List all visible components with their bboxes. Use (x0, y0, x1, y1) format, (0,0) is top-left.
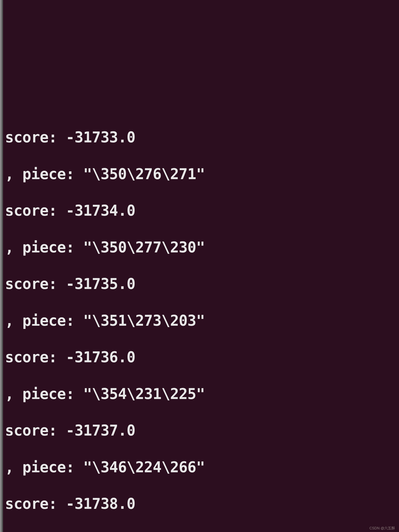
terminal-line: score: -31738.0 (5, 495, 399, 513)
terminal-line: score: -31735.0 (5, 275, 399, 293)
terminal-line: , piece: "\346\224\266" (5, 458, 399, 476)
watermark: CSDN @六五酥 (369, 526, 395, 530)
window-edge (0, 0, 5, 532)
terminal-line: score: -31736.0 (5, 348, 399, 367)
terminal-line: , piece: "\354\231\225" (5, 385, 399, 403)
terminal-line: , piece: "\350\276\271" (5, 165, 399, 183)
terminal-line: score: -31734.0 (5, 202, 399, 220)
terminal-line: , piece: "\351\273\203" (5, 311, 399, 330)
terminal-line: score: -31737.0 (5, 421, 399, 440)
terminal-line: score: -31733.0 (5, 128, 399, 146)
terminal-line: , piece: "\350\277\230" (5, 238, 399, 257)
terminal-output: score: -31733.0 , piece: "\350\276\271" … (0, 110, 399, 532)
